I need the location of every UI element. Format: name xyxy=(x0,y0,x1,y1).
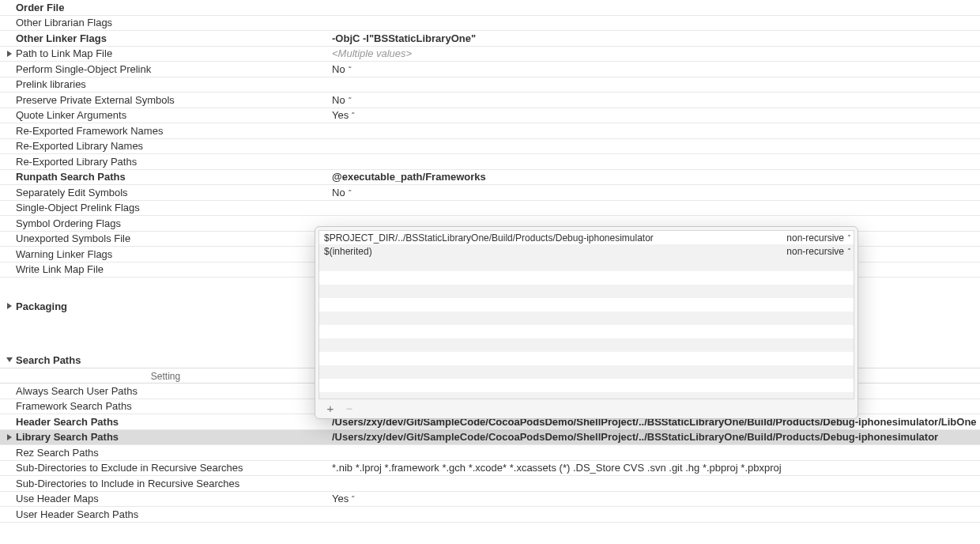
popover-empty-row[interactable] xyxy=(319,271,854,285)
popover-path-row[interactable]: $PROJECT_DIR/../BSStaticLibraryOne/Build… xyxy=(319,231,854,244)
setting-label: Quote Linker Arguments xyxy=(16,109,332,121)
setting-row[interactable]: Perform Single-Object PrelinkNo˄˅ xyxy=(0,62,980,77)
setting-value[interactable]: /Users/zxy/dev/Git/SampleCode/CocoaPodsD… xyxy=(332,431,980,443)
setting-label: Framework Search Paths xyxy=(16,400,332,412)
add-icon[interactable]: + xyxy=(325,402,336,414)
setting-row[interactable]: Use Header MapsYes˄˅ xyxy=(0,492,980,508)
setting-value[interactable]: Yes˄˅ xyxy=(332,109,980,121)
setting-label: Runpath Search Paths xyxy=(16,171,332,183)
setting-value[interactable]: <Multiple values> xyxy=(332,47,980,59)
setting-label: Library Search Paths xyxy=(16,431,332,443)
stepper-icon[interactable]: ˄˅ xyxy=(348,97,349,104)
disclosure-right-icon[interactable] xyxy=(5,303,14,309)
popover-path-row[interactable]: $(inherited)non-recursive˄˅ xyxy=(319,244,854,258)
stepper-icon[interactable]: ˄˅ xyxy=(351,496,352,503)
setting-row[interactable]: Order File xyxy=(0,0,980,16)
column-header-setting[interactable]: Setting xyxy=(0,368,316,383)
setting-label: Order File xyxy=(16,2,332,13)
setting-label: Sub-Directories to Include in Recursive … xyxy=(16,478,332,489)
setting-row[interactable]: Sub-Directories to Exclude in Recursive … xyxy=(0,461,980,477)
setting-value[interactable]: -ObjC -I"BSStaticLibraryOne" xyxy=(332,32,980,44)
setting-value[interactable]: No˄˅ xyxy=(332,94,980,106)
popover-empty-row[interactable] xyxy=(319,285,854,298)
setting-value[interactable]: Yes˄˅ xyxy=(332,493,980,504)
section-search-title: Search Paths xyxy=(16,354,81,366)
setting-row[interactable]: Other Librarian Flags xyxy=(0,16,980,32)
popover-list[interactable]: $PROJECT_DIR/../BSStaticLibraryOne/Build… xyxy=(318,230,854,399)
disclosure-right-icon[interactable] xyxy=(5,434,14,440)
setting-label: Unexported Symbols File xyxy=(16,232,332,244)
setting-row[interactable]: Single-Object Prelink Flags xyxy=(0,201,980,217)
setting-label: Re-Exported Framework Names xyxy=(16,125,332,137)
stepper-icon[interactable]: ˄˅ xyxy=(351,112,352,119)
setting-row[interactable]: Runpath Search Paths@executable_path/Fra… xyxy=(0,170,980,186)
popover-empty-row[interactable] xyxy=(319,325,854,338)
setting-row[interactable]: User Header Search Paths xyxy=(0,507,980,523)
popover-empty-row[interactable] xyxy=(319,298,854,312)
popover-path-text: $PROJECT_DIR/../BSStaticLibraryOne/Build… xyxy=(324,232,771,244)
setting-row[interactable]: Preserve Private External SymbolsNo˄˅ xyxy=(0,93,980,108)
setting-label: Path to Link Map File xyxy=(16,47,332,59)
setting-label: Re-Exported Library Names xyxy=(16,140,332,152)
stepper-icon[interactable]: ˄˅ xyxy=(348,66,349,74)
popover-mode-select[interactable]: non-recursive xyxy=(771,246,844,257)
setting-row[interactable]: Other Linker Flags-ObjC -I"BSStaticLibra… xyxy=(0,31,980,47)
popover-empty-row[interactable] xyxy=(319,392,854,399)
popover-path-text: $(inherited) xyxy=(324,246,771,257)
setting-label: Always Search User Paths xyxy=(16,385,332,397)
stepper-icon[interactable]: ˄˅ xyxy=(348,190,349,197)
popover-empty-row[interactable] xyxy=(319,352,854,365)
setting-label: Header Search Paths xyxy=(16,416,332,428)
setting-value[interactable]: *.nib *.lproj *.framework *.gch *.xcode*… xyxy=(332,462,980,474)
setting-label: Warning Linker Flags xyxy=(16,248,332,260)
setting-row[interactable]: Rez Search Paths xyxy=(0,445,980,461)
setting-value[interactable]: @executable_path/Frameworks xyxy=(332,171,980,183)
setting-label: User Header Search Paths xyxy=(16,508,332,520)
stepper-icon[interactable]: ˄˅ xyxy=(847,248,849,255)
popover-footer: + − xyxy=(318,399,854,417)
setting-label: Preserve Private External Symbols xyxy=(16,94,332,106)
popover-empty-row[interactable] xyxy=(319,258,854,271)
setting-label: Sub-Directories to Exclude in Recursive … xyxy=(16,462,332,474)
setting-row[interactable]: Separately Edit SymbolsNo˄˅ xyxy=(0,185,980,201)
setting-label: Symbol Ordering Flags xyxy=(16,217,332,229)
setting-row[interactable]: Prelink libraries xyxy=(0,77,980,93)
section-packaging-title: Packaging xyxy=(16,300,67,312)
popover-mode-select[interactable]: non-recursive xyxy=(771,232,844,244)
setting-row[interactable]: Sub-Directories to Include in Recursive … xyxy=(0,476,980,492)
popover-empty-row[interactable] xyxy=(319,338,854,352)
setting-label: Perform Single-Object Prelink xyxy=(16,63,332,75)
setting-label: Use Header Maps xyxy=(16,493,332,504)
popover-empty-row[interactable] xyxy=(319,365,854,379)
setting-row[interactable]: Quote Linker ArgumentsYes˄˅ xyxy=(0,108,980,124)
popover-empty-row[interactable] xyxy=(319,312,854,325)
popover-empty-row[interactable] xyxy=(319,379,854,392)
setting-label: Rez Search Paths xyxy=(16,447,332,459)
setting-label: Single-Object Prelink Flags xyxy=(16,202,332,213)
setting-row[interactable]: Library Search Paths/Users/zxy/dev/Git/S… xyxy=(0,430,980,446)
remove-icon[interactable]: − xyxy=(344,402,355,414)
setting-row[interactable]: Re-Exported Framework Names xyxy=(0,123,980,139)
setting-value[interactable]: No˄˅ xyxy=(332,63,980,75)
library-search-paths-popover: $PROJECT_DIR/../BSStaticLibraryOne/Build… xyxy=(315,226,858,419)
setting-label: Prelink libraries xyxy=(16,78,332,90)
setting-row[interactable]: Path to Link Map File<Multiple values> xyxy=(0,47,980,62)
setting-label: Other Librarian Flags xyxy=(16,17,332,28)
setting-label: Separately Edit Symbols xyxy=(16,187,332,198)
setting-row[interactable]: Re-Exported Library Paths xyxy=(0,154,980,170)
setting-label: Other Linker Flags xyxy=(16,32,332,44)
setting-row[interactable]: Re-Exported Library Names xyxy=(0,139,980,155)
setting-label: Re-Exported Library Paths xyxy=(16,156,332,168)
setting-value[interactable]: No˄˅ xyxy=(332,187,980,198)
stepper-icon[interactable]: ˄˅ xyxy=(847,235,849,241)
setting-label: Write Link Map File xyxy=(16,263,332,275)
disclosure-down-icon[interactable] xyxy=(5,357,14,362)
disclosure-right-icon[interactable] xyxy=(5,51,14,57)
